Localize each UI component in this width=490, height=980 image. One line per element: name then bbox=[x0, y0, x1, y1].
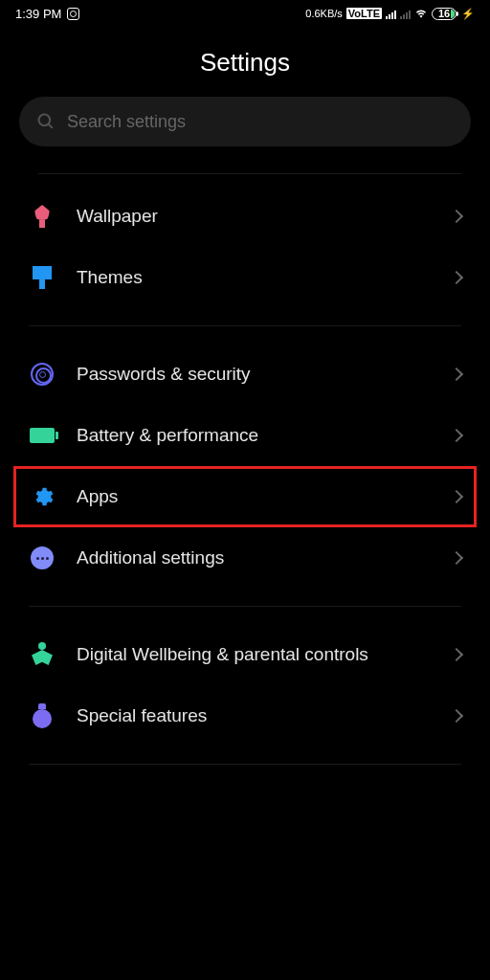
item-label: Passwords & security bbox=[77, 363, 431, 386]
item-label: Additional settings bbox=[77, 546, 431, 569]
settings-item-themes[interactable]: Themes bbox=[0, 247, 490, 308]
signal-icon bbox=[386, 9, 396, 19]
chevron-right-icon bbox=[450, 648, 463, 661]
chevron-right-icon bbox=[450, 368, 463, 381]
settings-group-display: Wallpaper Themes bbox=[0, 186, 490, 308]
volte-badge: VoLTE bbox=[346, 8, 382, 19]
settings-item-apps[interactable]: Apps bbox=[13, 466, 477, 527]
chevron-right-icon bbox=[450, 429, 463, 442]
status-bar: 1:39 PM 0.6KB/s VoLTE 16 ⚡ bbox=[0, 0, 490, 27]
fingerprint-icon bbox=[29, 361, 56, 388]
item-label: Special features bbox=[77, 704, 431, 727]
chevron-right-icon bbox=[450, 551, 463, 565]
settings-item-wallpaper[interactable]: Wallpaper bbox=[0, 186, 490, 247]
wallpaper-icon bbox=[29, 203, 56, 230]
item-label: Wallpaper bbox=[77, 205, 431, 228]
chevron-right-icon bbox=[450, 709, 463, 723]
chevron-right-icon bbox=[450, 490, 463, 503]
battery-icon: 16 bbox=[432, 8, 457, 20]
divider bbox=[38, 173, 461, 174]
search-icon bbox=[36, 112, 56, 131]
settings-item-additional[interactable]: Additional settings bbox=[0, 527, 490, 589]
search-bar[interactable] bbox=[19, 97, 471, 146]
svg-point-0 bbox=[39, 115, 51, 126]
gear-icon bbox=[29, 483, 56, 510]
special-icon bbox=[29, 702, 56, 729]
divider bbox=[29, 606, 461, 607]
page-title: Settings bbox=[0, 27, 490, 97]
settings-item-passwords[interactable]: Passwords & security bbox=[0, 344, 490, 405]
themes-icon bbox=[29, 264, 56, 291]
item-label: Themes bbox=[77, 266, 431, 289]
item-label: Battery & performance bbox=[77, 424, 431, 447]
battery-level: 16 bbox=[438, 8, 450, 19]
status-time: 1:39 PM bbox=[15, 7, 61, 21]
charging-icon: ⚡ bbox=[461, 8, 475, 20]
status-right: 0.6KB/s VoLTE 16 ⚡ bbox=[305, 8, 475, 20]
wellbeing-icon bbox=[29, 641, 56, 668]
settings-item-special[interactable]: Special features bbox=[0, 685, 490, 746]
chevron-right-icon bbox=[450, 210, 463, 223]
item-label: Apps bbox=[77, 485, 431, 508]
search-input[interactable] bbox=[67, 112, 454, 132]
instagram-icon bbox=[67, 8, 79, 20]
settings-group-other: Digital Wellbeing & parental controls Sp… bbox=[0, 624, 490, 746]
settings-item-wellbeing[interactable]: Digital Wellbeing & parental controls bbox=[0, 624, 490, 685]
data-rate: 0.6KB/s bbox=[305, 8, 343, 19]
status-left: 1:39 PM bbox=[15, 7, 79, 21]
signal-icon-2 bbox=[400, 9, 411, 19]
settings-item-battery[interactable]: Battery & performance bbox=[0, 405, 490, 466]
wifi-icon bbox=[414, 9, 428, 19]
divider bbox=[29, 764, 461, 765]
settings-group-system: Passwords & security Battery & performan… bbox=[0, 344, 490, 589]
svg-line-1 bbox=[49, 124, 53, 128]
battery-icon bbox=[29, 422, 56, 449]
item-label: Digital Wellbeing & parental controls bbox=[77, 643, 431, 666]
divider bbox=[29, 325, 461, 326]
more-icon bbox=[29, 545, 56, 571]
chevron-right-icon bbox=[450, 271, 463, 284]
